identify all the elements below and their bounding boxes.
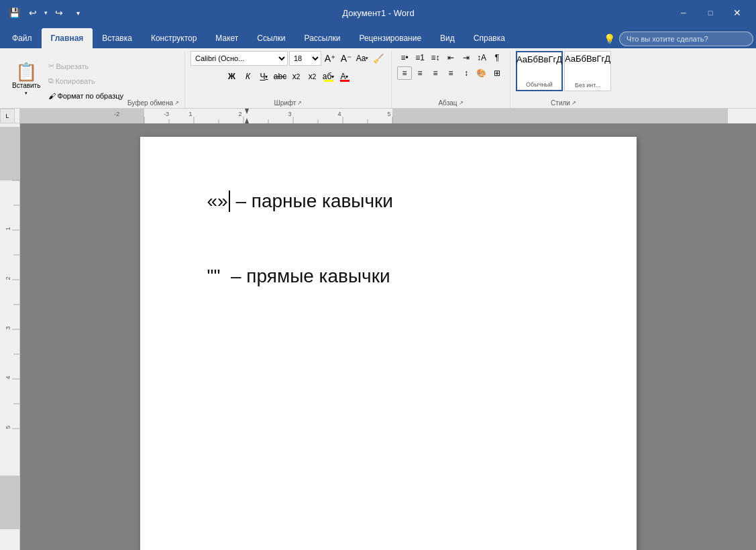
paragraph-expand-icon: ↗ [459,100,464,106]
copy-button[interactable]: ⧉ Копировать [46,74,126,88]
text-cursor [229,190,230,212]
svg-text:2: 2 [238,111,241,117]
quick-access-toolbar: 💾 ↩ ▾ ↪ ▾ [7,5,85,20]
styles-group: АаБбВвГгД Обычный АаБбВвГгД Без инт... С… [510,51,616,108]
undo-icon[interactable]: ↩ [25,5,40,20]
underline-button[interactable]: Ч▾ [256,69,271,84]
justify-button[interactable]: ≡ [443,66,458,80]
styles-label[interactable]: Стили ↗ [551,98,576,108]
svg-text:4: 4 [5,376,11,379]
styles-group-footer: Стили ↗ [551,98,576,108]
tab-home[interactable]: Главная [42,28,93,48]
superscript-button[interactable]: x2 [305,69,319,84]
clipboard-group: 📋 Вставить ▾ ✂ Вырезать ⧉ Копировать 🖌 Ф… [3,51,185,108]
pilcrow-button[interactable]: ¶ [490,51,504,64]
paste-arrow[interactable]: ▾ [25,91,28,96]
copy-icon: ⧉ [48,76,54,85]
doc-line-1: «» – парные кавычки [207,190,583,212]
shading-button[interactable]: 🎨 [474,66,489,80]
clear-format-button[interactable]: 🧹 [371,51,386,66]
svg-rect-1 [392,109,728,123]
save-icon[interactable]: 💾 [7,5,21,20]
doc-line-2: "" – прямые кавычки [207,266,583,287]
ribbon-toolbar: 📋 Вставить ▾ ✂ Вырезать ⧉ Копировать 🖌 Ф… [0,48,756,109]
format-painter-button[interactable]: 🖌 Формат по образцу [46,89,126,103]
minimize-button[interactable]: ─ [671,4,696,21]
content-area: 1 2 3 4 5 «» – парные кавычки "" – прямы… [0,123,756,550]
search-input[interactable] [619,32,753,46]
sort-button[interactable]: ↕A [474,51,489,64]
maximize-button[interactable]: □ [698,4,722,21]
align-left-button[interactable]: ≡ [397,66,412,80]
vertical-ruler-svg: 1 2 3 4 5 [0,127,20,529]
change-case-button[interactable]: Aa▾ [355,51,370,66]
style-no-spacing-label: Без инт... [575,82,600,89]
paragraph-group-footer: Абзац ↗ [438,98,463,108]
undo-dropdown[interactable]: ▾ [44,9,48,16]
tab-layout[interactable]: Макет [206,28,248,48]
text-highlight-button[interactable]: аб ▾ [321,69,335,84]
borders-button[interactable]: ⊞ [490,66,504,80]
tab-file[interactable]: Файл [3,28,42,48]
subscript-button[interactable]: x2 [288,69,303,84]
ribbon-tab-bar: Файл Главная Вставка Конструктор Макет С… [0,25,756,48]
paste-button[interactable]: 📋 Вставить ▾ [8,60,44,100]
style-normal[interactable]: АаБбВвГгД Обычный [516,51,563,91]
font-grow-button[interactable]: A⁺ [323,51,337,66]
font-group-footer: Шрифт ↗ [274,98,303,108]
align-right-button[interactable]: ≡ [428,66,443,80]
font-name-select[interactable]: Calibri (Осно... [191,51,288,66]
svg-rect-25 [0,476,20,529]
strikethrough-button[interactable]: abc [272,69,287,84]
numbering-button[interactable]: ≡1 [413,51,427,64]
document-page[interactable]: «» – парные кавычки "" – прямые кавычки [140,137,637,550]
close-button[interactable]: ✕ [725,4,749,21]
style-no-spacing-preview: АаБбВвГгД [565,54,610,64]
bullets-button[interactable]: ≡• [397,51,412,64]
paragraph-row1: ≡• ≡1 ≡↕ ⇤ ⇥ ↕A ¶ [397,51,504,64]
tab-review[interactable]: Рецензирование [349,28,431,48]
style-normal-preview: АаБбВвГгД [517,54,562,65]
document-scroll-area[interactable]: «» – парные кавычки "" – прямые кавычки [20,123,756,550]
paragraph-row2: ≡ ≡ ≡ ≡ ↕ 🎨 ⊞ [397,66,504,80]
cut-icon: ✂ [48,62,54,70]
italic-button[interactable]: К [240,69,255,84]
bold-button[interactable]: Ж [224,69,239,84]
clipboard-expand-icon: ↗ [174,100,179,106]
tab-mailings[interactable]: Рассылки [295,28,350,48]
increase-indent-button[interactable]: ⇥ [459,51,474,64]
font-size-select[interactable]: 18 [289,51,321,66]
line-spacing-button[interactable]: ↕ [459,66,474,80]
horizontal-ruler: 1 2 3 4 5 -3 -2 [20,109,756,123]
tab-view[interactable]: Вид [431,28,464,48]
align-center-button[interactable]: ≡ [413,66,427,80]
styles-panel: АаБбВвГгД Обычный АаБбВвГгД Без инт... [516,51,611,91]
tab-help[interactable]: Справка [464,28,515,48]
cut-button[interactable]: ✂ Вырезать [46,60,126,73]
redo-icon[interactable]: ↪ [52,5,66,20]
decrease-indent-button[interactable]: ⇤ [443,51,458,64]
font-color-button[interactable]: А ▾ [337,69,352,84]
tab-references[interactable]: Ссылки [248,28,294,48]
ruler-corner[interactable]: L [0,109,15,123]
paste-icon: 📋 [15,63,37,80]
font-expand-icon: ↗ [297,100,302,106]
svg-rect-0 [20,109,144,123]
ruler-side: L [0,109,20,123]
customize-icon[interactable]: ▾ [70,5,85,20]
tab-insert[interactable]: Вставка [93,28,142,48]
tab-design[interactable]: Конструктор [142,28,206,48]
style-no-spacing[interactable]: АаБбВвГгД Без инт... [564,51,611,91]
ruler-svg: 1 2 3 4 5 -3 -2 [20,109,756,123]
clipboard-group-footer: Буфер обмена ↗ [127,98,179,108]
font-shrink-button[interactable]: A⁻ [339,51,354,66]
clipboard-label[interactable]: Буфер обмена ↗ [127,98,179,108]
svg-rect-23 [0,127,20,180]
titlebar: 💾 ↩ ▾ ↪ ▾ Документ1 - Word ─ □ ✕ [0,0,756,25]
multilevel-button[interactable]: ≡↕ [428,51,443,64]
font-format-row: Ж К Ч▾ abc x2 x2 аб ▾ А ▾ [224,69,352,84]
font-name-row: Calibri (Осно... 18 A⁺ A⁻ Aa▾ 🧹 [191,51,386,66]
paragraph-label[interactable]: Абзац ↗ [438,98,463,108]
svg-text:5: 5 [387,111,390,117]
font-label[interactable]: Шрифт ↗ [274,98,303,108]
